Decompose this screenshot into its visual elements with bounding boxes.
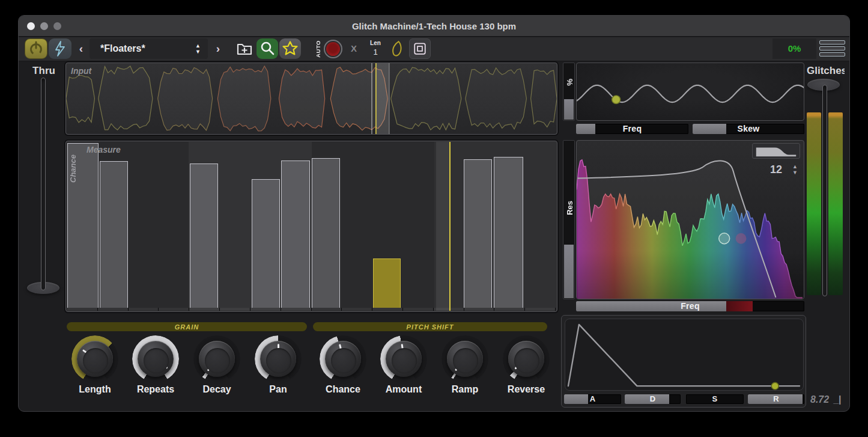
menu-button[interactable] (819, 40, 845, 57)
menu-bar-icon (819, 40, 845, 44)
knob-repeats[interactable]: Repeats (132, 335, 179, 382)
env-a-slider[interactable]: A (564, 394, 621, 404)
env-slider-label: S (686, 394, 744, 404)
lfo-depth-fill (564, 99, 574, 120)
knob-pan[interactable]: Pan (255, 335, 302, 382)
thru-fader-track[interactable] (41, 78, 46, 290)
input-waveform-svg (66, 63, 557, 134)
len-value: 1 (363, 47, 387, 57)
length-readout[interactable]: Len 1 (363, 40, 387, 57)
knob-label: Length (79, 384, 111, 395)
save-preset-button[interactable] (234, 38, 255, 59)
measure-tick (67, 308, 98, 311)
cpu-meter: 0% (772, 38, 816, 59)
measure-tick (342, 308, 372, 311)
measure-tick (464, 308, 495, 311)
knob-label: Repeats (137, 384, 174, 395)
filter-freq-label: Freq (576, 301, 804, 311)
chance-bar[interactable] (67, 143, 99, 308)
envelope-panel: ADSR (561, 315, 806, 408)
knob-chance[interactable]: Chance (320, 335, 366, 382)
prev-preset-button[interactable]: ‹ (75, 38, 87, 59)
filter-spectrum-display[interactable]: 12 ▲▼ (576, 140, 804, 299)
search-icon (259, 40, 276, 57)
envelope-value: 8.72 (810, 394, 829, 405)
power-button[interactable] (25, 38, 47, 59)
thru-label: Thru (27, 65, 61, 77)
close-button[interactable] (27, 22, 35, 30)
lfo-skew-slider[interactable]: Skew (693, 124, 804, 134)
menu-bar-icon (819, 52, 845, 57)
env-slider-label: A (564, 394, 621, 404)
chance-bar[interactable] (312, 158, 341, 308)
folder-add-icon (235, 40, 253, 57)
filter-slope-button[interactable] (752, 143, 800, 159)
knob-label: Ramp (452, 384, 478, 395)
slope-stepper[interactable]: ▲▼ (792, 163, 798, 176)
preset-updown-icon[interactable]: ▲▼ (195, 43, 201, 55)
lfo-depth-label: % (565, 79, 574, 86)
input-waveform-panel[interactable]: Input (65, 63, 557, 135)
envelope-display[interactable] (565, 319, 804, 391)
knob-decay[interactable]: Decay (193, 335, 240, 382)
lfo-depth-slider[interactable]: % (563, 63, 575, 121)
record-icon (326, 42, 340, 56)
measure-chance-panel[interactable]: Measure Chance (65, 141, 557, 312)
preset-selector[interactable]: *Floaters* ▲▼ (90, 38, 208, 59)
chance-bar[interactable] (464, 159, 492, 308)
grain-section-banner: GRAIN (67, 322, 307, 331)
chance-bar[interactable] (281, 160, 310, 308)
minimize-button[interactable] (40, 22, 48, 30)
chance-bar[interactable] (190, 163, 218, 308)
lowpass-curve-icon (753, 144, 800, 158)
knob-length[interactable]: Length (71, 335, 118, 382)
knob-reverse[interactable]: Reverse (503, 335, 550, 382)
knob-label: Chance (326, 384, 360, 395)
metronome-button[interactable] (387, 38, 407, 59)
zoom-button[interactable] (53, 22, 61, 30)
knob-ramp[interactable]: Ramp (442, 335, 488, 382)
chance-bar[interactable] (494, 157, 523, 308)
envelope-value-readout: 8.72_| (810, 394, 842, 405)
text-cursor: _| (833, 394, 841, 405)
traffic-lights (27, 22, 61, 30)
filter-slope-value[interactable]: 12 (770, 163, 782, 176)
filter-res-slider[interactable]: Res (563, 140, 575, 299)
glitches-meter-right (828, 112, 843, 295)
knob-label: Decay (202, 384, 231, 395)
record-button[interactable] (324, 40, 342, 58)
lfo-wave-display[interactable] (576, 63, 804, 121)
env-slider-label: D (625, 394, 681, 404)
bypass-button[interactable] (49, 38, 71, 59)
pick-icon (389, 40, 405, 58)
env-d-slider[interactable]: D (625, 394, 681, 404)
input-waveform (66, 63, 557, 134)
env-s-slider[interactable]: S (686, 394, 744, 404)
measure-tick (159, 308, 189, 311)
clear-button[interactable]: X (348, 38, 360, 59)
chance-bar-selected[interactable] (373, 258, 401, 308)
knob-label: Pan (269, 384, 287, 395)
knob-face (144, 348, 169, 373)
envelope-curve (565, 319, 803, 390)
plugin-window: Glitch Machine/1-Tech House 130 bpm ‹ *F… (18, 15, 850, 412)
browse-button[interactable] (256, 38, 278, 59)
loop-mode-button[interactable] (409, 38, 431, 59)
lfo-freq-slider[interactable]: Freq (576, 124, 688, 134)
measure-playhead (449, 142, 451, 311)
next-preset-button[interactable]: › (212, 38, 224, 59)
glitches-fader-track[interactable] (822, 85, 827, 296)
chance-bar[interactable] (252, 179, 280, 308)
measure-tick (98, 308, 129, 311)
measure-tick (525, 308, 556, 311)
measure-tick (403, 308, 434, 311)
favorite-button[interactable] (279, 38, 301, 59)
env-r-slider[interactable]: R (748, 394, 804, 404)
knob-face (453, 348, 478, 373)
knob-amount[interactable]: Amount (380, 335, 427, 382)
auto-toggle[interactable]: AUTO (313, 38, 323, 59)
filter-freq-slider[interactable]: Freq (576, 301, 804, 311)
knob-face (392, 348, 417, 373)
preset-name: *Floaters* (100, 38, 145, 59)
chance-bar[interactable] (100, 161, 128, 308)
